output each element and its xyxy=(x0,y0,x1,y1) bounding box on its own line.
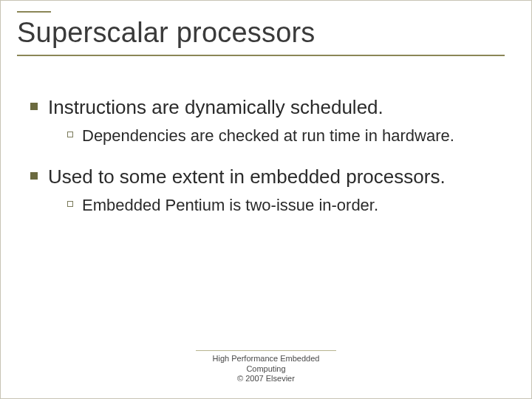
slide-body: Instructions are dynamically scheduled. … xyxy=(30,95,502,234)
bullet-level2: Embedded Pentium is two-issue in-order. xyxy=(67,195,502,216)
footer-rule xyxy=(196,350,336,351)
sub-bullet-group: Dependencies are checked at run time in … xyxy=(67,126,502,146)
slide-title: Superscalar processors xyxy=(17,13,505,53)
footer-line-1: High Performance Embedded xyxy=(1,354,531,364)
bullet-level1: Instructions are dynamically scheduled. xyxy=(30,95,502,120)
sub-bullet-text: Embedded Pentium is two-issue in-order. xyxy=(82,195,378,216)
bullet-text: Used to some extent in embedded processo… xyxy=(48,165,446,189)
footer-line-3: © 2007 Elsevier xyxy=(1,374,531,383)
title-rule-bottom xyxy=(17,55,505,56)
sub-bullet-text: Dependencies are checked at run time in … xyxy=(82,126,454,146)
square-bullet-icon xyxy=(30,103,38,110)
slide: Superscalar processors Instructions are … xyxy=(0,0,532,399)
slide-title-block: Superscalar processors xyxy=(17,11,505,56)
hollow-square-bullet-icon xyxy=(67,132,73,137)
footer-line-2: Computing xyxy=(1,364,531,374)
bullet-text: Instructions are dynamically scheduled. xyxy=(48,95,383,120)
hollow-square-bullet-icon xyxy=(67,201,73,207)
slide-footer: High Performance Embedded Computing © 20… xyxy=(1,350,531,383)
bullet-level1: Used to some extent in embedded processo… xyxy=(30,165,502,189)
square-bullet-icon xyxy=(30,172,38,180)
bullet-level2: Dependencies are checked at run time in … xyxy=(67,126,502,146)
sub-bullet-group: Embedded Pentium is two-issue in-order. xyxy=(67,195,502,216)
